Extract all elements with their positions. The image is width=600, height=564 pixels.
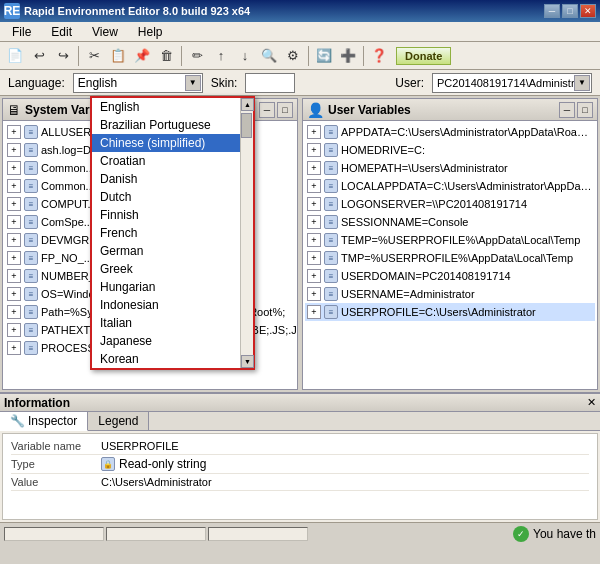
expand-sessionname[interactable]: +: [307, 215, 321, 229]
expand-logonserver[interactable]: +: [307, 197, 321, 211]
uvar-userprofile[interactable]: + ≡ USERPROFILE=C:\Users\Administrator: [305, 303, 595, 321]
lang-option-english[interactable]: English: [92, 98, 240, 116]
language-input[interactable]: [73, 73, 203, 93]
expand-homepath[interactable]: +: [307, 161, 321, 175]
menu-help[interactable]: Help: [132, 24, 169, 40]
lang-option-italian[interactable]: Italian: [92, 314, 240, 332]
toolbar-delete[interactable]: 🗑: [155, 45, 177, 67]
information-panel: Information ✕ 🔧 Inspector Legend Variabl…: [0, 392, 600, 522]
menu-edit[interactable]: Edit: [45, 24, 78, 40]
toolbar-paste[interactable]: 📌: [131, 45, 153, 67]
system-vars-minimize[interactable]: ─: [259, 102, 275, 118]
lang-option-german[interactable]: German: [92, 242, 240, 260]
icon-numproc: ≡: [23, 268, 39, 284]
lang-option-finnish[interactable]: Finnish: [92, 206, 240, 224]
expand-path[interactable]: +: [7, 305, 21, 319]
toolbar-search[interactable]: 🔍: [258, 45, 280, 67]
toolbar-add[interactable]: ➕: [337, 45, 359, 67]
uvar-appdata[interactable]: + ≡ APPDATA=C:\Users\Administrator\AppDa…: [305, 123, 595, 141]
expand-comspe[interactable]: +: [7, 215, 21, 229]
toolbar-refresh[interactable]: 🔄: [313, 45, 335, 67]
user-variables-panel: 👤 User Variables ─ □ + ≡ APPDATA=C:\User…: [302, 98, 598, 390]
lang-option-japanese[interactable]: Japanese: [92, 332, 240, 350]
language-dropdown-container: English Brazilian Portuguese Chinese (si…: [90, 96, 255, 370]
expand-comput[interactable]: +: [7, 197, 21, 211]
menu-view[interactable]: View: [86, 24, 124, 40]
uvar-username[interactable]: + ≡ USERNAME=Administrator: [305, 285, 595, 303]
icon-allusers: ≡: [23, 124, 39, 140]
icon-tmp: ≡: [323, 250, 339, 266]
toolbar-settings[interactable]: ⚙: [282, 45, 304, 67]
uvar-sessionname[interactable]: + ≡ SESSIONNAME=Console: [305, 213, 595, 231]
expand-proc-arch[interactable]: +: [7, 341, 21, 355]
expand-temp[interactable]: +: [307, 233, 321, 247]
lang-option-chinese[interactable]: Chinese (simplified): [92, 134, 240, 152]
info-header: Information ✕: [0, 394, 600, 412]
expand-allusers[interactable]: +: [7, 125, 21, 139]
user-vars-expand[interactable]: □: [577, 102, 593, 118]
system-vars-expand[interactable]: □: [277, 102, 293, 118]
donate-button[interactable]: Donate: [396, 47, 451, 65]
uvar-userdomain[interactable]: + ≡ USERDOMAIN=PC201408191714: [305, 267, 595, 285]
uvar-homepath[interactable]: + ≡ HOMEPATH=\Users\Administrator: [305, 159, 595, 177]
dropdown-scroll-thumb[interactable]: [241, 113, 252, 138]
toolbar-copy[interactable]: 📋: [107, 45, 129, 67]
uvar-temp[interactable]: + ≡ TEMP=%USERPROFILE%\AppData\Local\Tem…: [305, 231, 595, 249]
menu-file[interactable]: File: [6, 24, 37, 40]
user-input[interactable]: [432, 73, 592, 93]
toolbar-help[interactable]: ❓: [368, 45, 390, 67]
expand-devmgr[interactable]: +: [7, 233, 21, 247]
lang-option-danish[interactable]: Danish: [92, 170, 240, 188]
toolbar-move-up[interactable]: ↑: [210, 45, 232, 67]
close-button[interactable]: ✕: [580, 4, 596, 18]
expand-userdomain[interactable]: +: [307, 269, 321, 283]
expand-username[interactable]: +: [307, 287, 321, 301]
expand-numproc[interactable]: +: [7, 269, 21, 283]
lang-option-hungarian[interactable]: Hungarian: [92, 278, 240, 296]
uvar-homedrive[interactable]: + ≡ HOMEDRIVE=C:: [305, 141, 595, 159]
lang-option-korean[interactable]: Korean: [92, 350, 240, 368]
skin-input[interactable]: [245, 73, 295, 93]
titlebar: RE Rapid Environment Editor 8.0 build 92…: [0, 0, 600, 22]
expand-homedrive[interactable]: +: [307, 143, 321, 157]
toolbar-edit[interactable]: ✏: [186, 45, 208, 67]
info-type-text: Read-only string: [119, 457, 206, 471]
info-close-button[interactable]: ✕: [587, 396, 596, 409]
info-content: Variable name USERPROFILE Type 🔒 Read-on…: [2, 433, 598, 520]
label-homepath: HOMEPATH=\Users\Administrator: [341, 162, 508, 174]
minimize-button[interactable]: ─: [544, 4, 560, 18]
expand-pathext[interactable]: +: [7, 323, 21, 337]
expand-tmp[interactable]: +: [307, 251, 321, 265]
expand-common2[interactable]: +: [7, 179, 21, 193]
expand-fpno[interactable]: +: [7, 251, 21, 265]
lang-option-french[interactable]: French: [92, 224, 240, 242]
toolbar-undo1[interactable]: ↩: [28, 45, 50, 67]
lang-option-greek[interactable]: Greek: [92, 260, 240, 278]
lang-option-indonesian[interactable]: Indonesian: [92, 296, 240, 314]
toolbar-move-down[interactable]: ↓: [234, 45, 256, 67]
toolbar-cut[interactable]: ✂: [83, 45, 105, 67]
lang-option-croatian[interactable]: Croatian: [92, 152, 240, 170]
expand-ashlog[interactable]: +: [7, 143, 21, 157]
user-vars-minimize[interactable]: ─: [559, 102, 575, 118]
expand-userprofile[interactable]: +: [307, 305, 321, 319]
dropdown-scroll-down[interactable]: ▼: [241, 355, 254, 368]
inspector-label: Inspector: [28, 414, 77, 428]
toolbar-undo2[interactable]: ↪: [52, 45, 74, 67]
tab-inspector[interactable]: 🔧 Inspector: [0, 412, 88, 431]
expand-os[interactable]: +: [7, 287, 21, 301]
icon-appdata: ≡: [323, 124, 339, 140]
uvar-localappdata[interactable]: + ≡ LOCALAPPDATA=C:\Users\Administrator\…: [305, 177, 595, 195]
uvar-tmp[interactable]: + ≡ TMP=%USERPROFILE%\AppData\Local\Temp: [305, 249, 595, 267]
toolbar-new[interactable]: 📄: [4, 45, 26, 67]
expand-appdata[interactable]: +: [307, 125, 321, 139]
expand-common1[interactable]: +: [7, 161, 21, 175]
tab-legend[interactable]: Legend: [88, 412, 149, 430]
user-label: User:: [395, 76, 424, 90]
expand-localappdata[interactable]: +: [307, 179, 321, 193]
lang-option-dutch[interactable]: Dutch: [92, 188, 240, 206]
uvar-logonserver[interactable]: + ≡ LOGONSERVER=\\PC201408191714: [305, 195, 595, 213]
lang-option-portuguese[interactable]: Brazilian Portuguese: [92, 116, 240, 134]
maximize-button[interactable]: □: [562, 4, 578, 18]
dropdown-scroll-up[interactable]: ▲: [241, 98, 254, 111]
